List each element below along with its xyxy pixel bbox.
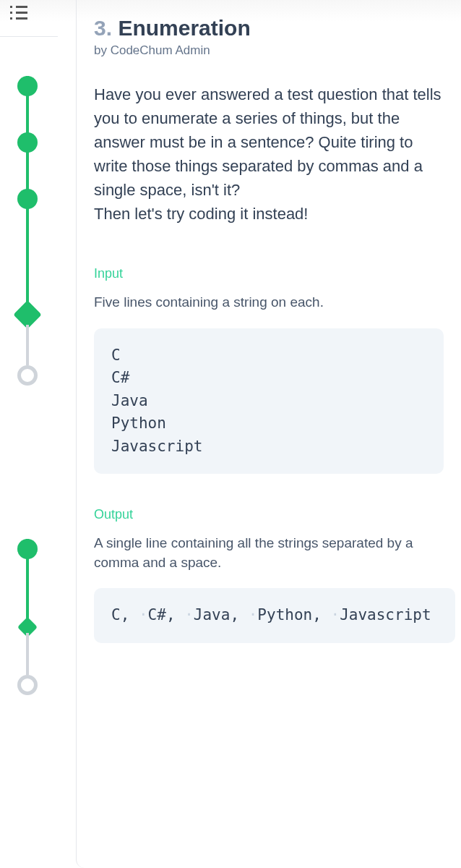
input-code-block: CC#JavaPythonJavascript xyxy=(94,328,444,475)
timeline-dot xyxy=(17,189,38,209)
divider xyxy=(0,36,58,37)
input-label: Input xyxy=(94,266,461,281)
problem-number: 3. xyxy=(94,16,112,40)
list-menu-icon[interactable] xyxy=(10,4,27,22)
output-description: A single line containing all the strings… xyxy=(94,534,461,572)
output-label: Output xyxy=(94,507,461,522)
timeline-dot xyxy=(17,132,38,153)
problem-name: Enumeration xyxy=(118,16,250,40)
output-code-block: C, ·C#, ·Java, ·Python, ·Javascript xyxy=(94,588,455,643)
problem-title: 3. Enumeration xyxy=(94,16,461,41)
problem-panel: 3. Enumeration by CodeChum Admin Have yo… xyxy=(76,0,461,868)
timeline-ring xyxy=(17,675,38,695)
problem-author: by CodeChum Admin xyxy=(94,43,461,58)
timeline-ring xyxy=(17,365,38,386)
progress-timeline xyxy=(17,76,38,868)
timeline-dot xyxy=(17,76,38,96)
timeline-dot xyxy=(17,539,38,559)
input-description: Five lines containing a string on each. xyxy=(94,293,461,312)
problem-description: Have you ever answered a test question t… xyxy=(94,82,461,226)
